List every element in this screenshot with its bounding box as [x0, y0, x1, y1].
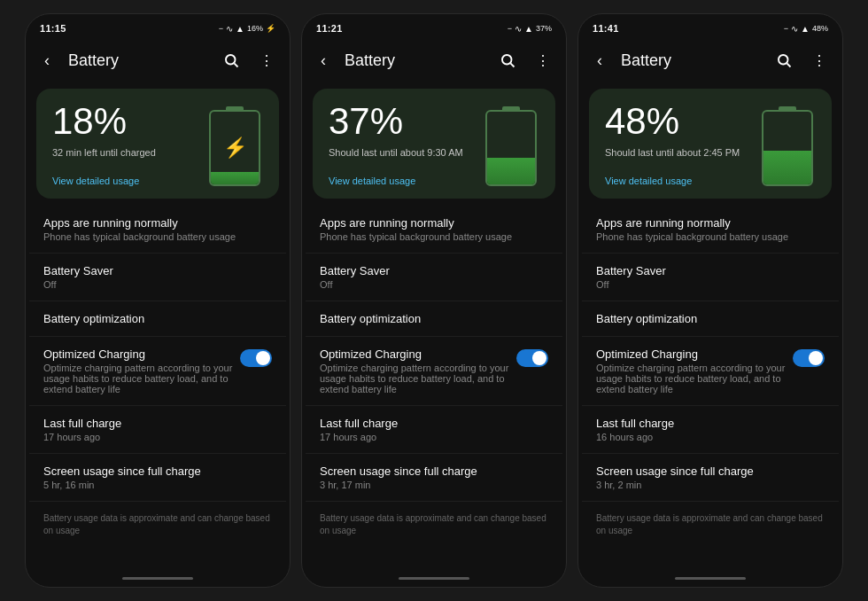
settings-item-subtitle-5: 5 hr, 16 min	[43, 480, 272, 490]
phone-frame-phone3: 11:41 − ∿ ▲ 48% ‹Battery⋮48%Should last …	[577, 13, 843, 588]
battery-card: 18%32 min left until chargedView detaile…	[36, 89, 279, 199]
settings-item-title-2: Battery optimization	[596, 312, 825, 325]
toggle-switch-3[interactable]	[516, 349, 548, 367]
app-bar: ‹Battery⋮	[578, 39, 842, 82]
settings-item-title-1: Battery Saver	[596, 264, 825, 277]
battery-icon-container: ⚡	[206, 103, 263, 186]
status-bar: 11:41 − ∿ ▲ 48%	[578, 14, 842, 39]
more-options-button[interactable]: ⋮	[527, 44, 559, 76]
settings-item-title-4: Last full charge	[43, 417, 272, 430]
settings-item-text-3: Optimized ChargingOptimize charging patt…	[596, 347, 793, 394]
settings-list: Apps are running normallyPhone has typic…	[26, 206, 290, 570]
settings-item-title-5: Screen usage since full charge	[596, 464, 825, 478]
battery-percentage: 48%	[605, 103, 740, 140]
settings-item-subtitle-3: Optimize charging pattern according to y…	[43, 363, 240, 394]
more-options-button[interactable]: ⋮	[803, 44, 835, 76]
settings-item-subtitle-1: Off	[320, 279, 548, 290]
settings-item-text-3: Optimized ChargingOptimize charging patt…	[43, 347, 240, 394]
svg-line-5	[787, 63, 790, 66]
battery-outline: ⚡	[209, 110, 260, 186]
svg-point-0	[226, 55, 236, 65]
settings-item-title-0: Apps are running normally	[320, 216, 548, 230]
battery-card: 48%Should last until about 2:45 PMView d…	[589, 89, 832, 199]
settings-item-4[interactable]: Last full charge16 hours ago	[582, 406, 839, 454]
svg-point-4	[779, 55, 788, 65]
view-detailed-usage-link[interactable]: View detailed usage	[52, 176, 156, 186]
settings-item-subtitle-4: 17 hours ago	[320, 432, 548, 442]
phone-frame-phone2: 11:21 − ∿ ▲ 37% ‹Battery⋮37%Should last …	[301, 13, 567, 588]
signal-icon: ▲	[801, 24, 810, 34]
settings-item-2[interactable]: Battery optimization	[29, 301, 286, 337]
home-indicator	[578, 570, 842, 587]
toggle-switch-3[interactable]	[793, 349, 825, 367]
settings-item-title-3: Optimized Charging	[43, 347, 240, 361]
search-button[interactable]	[215, 44, 247, 76]
settings-item-1[interactable]: Battery SaverOff	[306, 254, 562, 301]
status-icons: − ∿ ▲ 16% ⚡	[219, 24, 275, 34]
settings-item-title-0: Apps are running normally	[43, 216, 272, 230]
settings-item-subtitle-5: 3 hr, 2 min	[596, 480, 825, 490]
battery-info: 18%32 min left until chargedView detaile…	[52, 103, 156, 186]
settings-item-5[interactable]: Screen usage since full charge3 hr, 17 m…	[306, 454, 562, 502]
search-button[interactable]	[492, 44, 523, 76]
view-detailed-usage-link[interactable]: View detailed usage	[329, 176, 463, 186]
settings-item-subtitle-3: Optimize charging pattern according to y…	[320, 363, 516, 394]
settings-item-2[interactable]: Battery optimization	[306, 301, 562, 337]
settings-item-title-2: Battery optimization	[320, 312, 548, 325]
settings-item-4[interactable]: Last full charge17 hours ago	[29, 406, 286, 454]
settings-item-title-0: Apps are running normally	[596, 216, 825, 230]
battery-mini-icon: 16%	[247, 24, 263, 33]
settings-item-title-2: Battery optimization	[43, 312, 272, 325]
app-bar: ‹Battery⋮	[26, 39, 290, 82]
back-button[interactable]: ‹	[306, 43, 341, 78]
settings-list: Apps are running normallyPhone has typic…	[578, 206, 842, 570]
settings-item-title-5: Screen usage since full charge	[320, 464, 548, 478]
lightning-icon: ⚡	[223, 137, 247, 160]
page-title: Battery	[68, 51, 215, 70]
minus-icon: −	[784, 24, 788, 33]
settings-item-0[interactable]: Apps are running normallyPhone has typic…	[306, 206, 562, 254]
settings-item-3[interactable]: Optimized ChargingOptimize charging patt…	[582, 337, 839, 406]
settings-item-subtitle-4: 16 hours ago	[596, 432, 825, 442]
settings-item-4[interactable]: Last full charge17 hours ago	[306, 406, 562, 454]
wifi-icon: ∿	[515, 24, 522, 34]
home-indicator	[26, 570, 290, 587]
settings-item-subtitle-4: 17 hours ago	[43, 432, 272, 442]
settings-item-3[interactable]: Optimized ChargingOptimize charging patt…	[306, 337, 562, 406]
back-button[interactable]: ‹	[582, 43, 617, 78]
minus-icon: −	[508, 24, 512, 33]
battery-icon-container	[759, 103, 816, 186]
settings-item-0[interactable]: Apps are running normallyPhone has typic…	[29, 206, 286, 254]
battery-percentage: 37%	[329, 103, 463, 140]
toggle-switch-3[interactable]	[240, 349, 272, 367]
wifi-icon: ∿	[226, 24, 233, 34]
settings-item-5[interactable]: Screen usage since full charge5 hr, 16 m…	[29, 454, 286, 502]
settings-item-3[interactable]: Optimized ChargingOptimize charging patt…	[29, 337, 286, 406]
settings-item-title-5: Screen usage since full charge	[43, 464, 272, 478]
svg-line-3	[510, 63, 514, 66]
settings-item-5[interactable]: Screen usage since full charge3 hr, 2 mi…	[582, 454, 839, 502]
signal-icon: ▲	[236, 24, 244, 34]
settings-item-2[interactable]: Battery optimization	[582, 301, 839, 337]
battery-fill	[487, 158, 535, 184]
settings-item-text-3: Optimized ChargingOptimize charging patt…	[320, 347, 516, 394]
settings-item-subtitle-3: Optimize charging pattern according to y…	[596, 363, 793, 394]
toggle-knob	[809, 351, 823, 365]
settings-item-0[interactable]: Apps are running normallyPhone has typic…	[582, 206, 839, 254]
search-button[interactable]	[768, 44, 800, 76]
settings-item-title-3: Optimized Charging	[320, 347, 516, 361]
back-button[interactable]: ‹	[29, 43, 65, 78]
battery-mini-icon: 48%	[812, 24, 828, 33]
more-options-button[interactable]: ⋮	[251, 44, 283, 76]
minus-icon: −	[219, 24, 223, 33]
settings-item-subtitle-1: Off	[596, 279, 825, 290]
battery-mini-icon: 37%	[536, 24, 552, 33]
settings-item-subtitle-0: Phone has typical background battery usa…	[43, 231, 272, 242]
settings-item-subtitle-1: Off	[43, 279, 272, 290]
home-bar	[675, 577, 746, 580]
view-detailed-usage-link[interactable]: View detailed usage	[605, 176, 740, 186]
settings-item-1[interactable]: Battery SaverOff	[582, 254, 839, 301]
settings-item-1[interactable]: Battery SaverOff	[29, 254, 286, 301]
app-bar: ‹Battery⋮	[302, 39, 566, 82]
toggle-knob	[256, 351, 270, 365]
